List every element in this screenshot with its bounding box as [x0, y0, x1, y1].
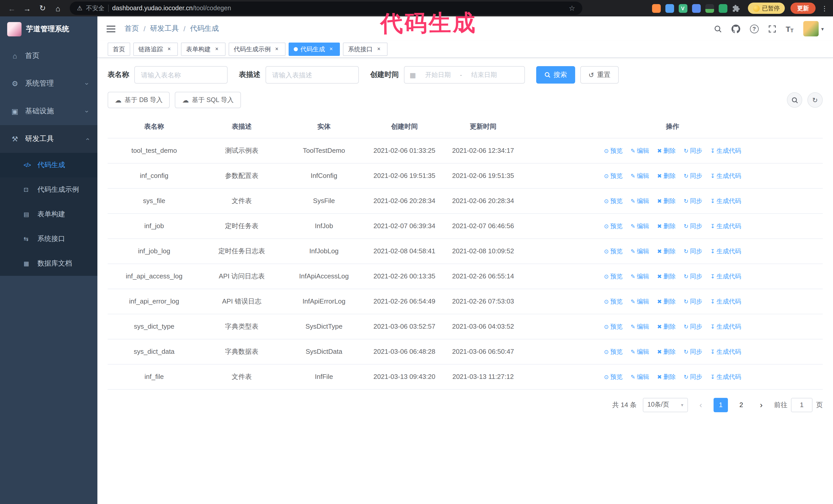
sidebar-subitem[interactable]: ⊡ 代码生成示例 [0, 177, 97, 202]
edit-link[interactable]: ✎编辑 [630, 221, 649, 231]
delete-link[interactable]: ✖删除 [657, 347, 675, 356]
page-number-button[interactable]: 2 [734, 398, 748, 412]
breadcrumb-item[interactable]: / 代码生成 [179, 24, 219, 33]
sync-link[interactable]: ↻同步 [684, 271, 702, 281]
delete-link[interactable]: ✖删除 [657, 296, 675, 306]
start-date-input[interactable] [418, 71, 458, 78]
tab-close-icon[interactable]: × [328, 46, 335, 53]
delete-link[interactable]: ✖删除 [657, 221, 675, 231]
sidebar-subitem[interactable]: </> 代码生成 [0, 153, 97, 177]
generate-code-link[interactable]: ↧生成代码 [710, 146, 741, 155]
tab[interactable]: 代码生成 × [289, 43, 340, 56]
sidebar-collapse-icon[interactable] [106, 25, 115, 32]
edit-link[interactable]: ✎编辑 [630, 347, 649, 356]
generate-code-link[interactable]: ↧生成代码 [710, 171, 741, 180]
goto-page-input[interactable] [791, 398, 812, 412]
header-search-icon[interactable] [714, 25, 721, 32]
delete-link[interactable]: ✖删除 [657, 271, 675, 281]
delete-link[interactable]: ✖删除 [657, 246, 675, 256]
date-range-picker[interactable]: ▦ - [404, 66, 525, 83]
delete-link[interactable]: ✖删除 [657, 146, 675, 155]
profile-paused-badge[interactable]: 已暂停 [748, 3, 785, 14]
sync-link[interactable]: ↻同步 [684, 322, 702, 331]
address-bar[interactable]: ⚠ 不安全 dashboard.yudao.iocoder.cn/tool/co… [70, 2, 582, 15]
preview-link[interactable]: ⊙预览 [604, 196, 622, 205]
sync-link[interactable]: ↻同步 [684, 196, 702, 205]
tab[interactable]: 代码生成示例 × [229, 43, 286, 56]
preview-link[interactable]: ⊙预览 [604, 171, 622, 180]
generate-code-link[interactable]: ↧生成代码 [710, 372, 741, 381]
security-warning-label[interactable]: 不安全 [86, 4, 104, 13]
edit-link[interactable]: ✎编辑 [630, 196, 649, 205]
sync-link[interactable]: ↻同步 [684, 171, 702, 180]
edit-link[interactable]: ✎编辑 [630, 372, 649, 381]
app-logo[interactable]: 芋道管理系统 [0, 17, 97, 42]
edit-link[interactable]: ✎编辑 [630, 322, 649, 331]
page-number-button[interactable]: 1 [714, 398, 728, 412]
tab[interactable]: 表单构建 × [181, 43, 225, 56]
breadcrumb-item[interactable]: / 首页 [124, 24, 139, 33]
preview-link[interactable]: ⊙预览 [604, 246, 622, 256]
font-size-icon[interactable]: TT [786, 24, 793, 33]
import-db-button[interactable]: ☁ 基于 DB 导入 [108, 92, 170, 108]
preview-link[interactable]: ⊙预览 [604, 221, 622, 231]
preview-link[interactable]: ⊙预览 [604, 146, 622, 155]
sync-link[interactable]: ↻同步 [684, 221, 702, 231]
import-sql-button[interactable]: ☁ 基于 SQL 导入 [175, 92, 241, 108]
refresh-button[interactable]: ↻ [807, 92, 823, 108]
tab-close-icon[interactable]: × [273, 46, 280, 53]
sidebar-item[interactable]: ⚙ 系统管理 › [0, 70, 97, 97]
generate-code-link[interactable]: ↧生成代码 [710, 246, 741, 256]
generate-code-link[interactable]: ↧生成代码 [710, 196, 741, 205]
edit-link[interactable]: ✎编辑 [630, 271, 649, 281]
bookmark-star-icon[interactable]: ☆ [569, 4, 575, 12]
edit-link[interactable]: ✎编辑 [630, 296, 649, 306]
generate-code-link[interactable]: ↧生成代码 [710, 221, 741, 231]
generate-code-link[interactable]: ↧生成代码 [710, 271, 741, 281]
browser-home-icon[interactable]: ⌂ [51, 4, 65, 13]
help-icon[interactable]: ? [750, 24, 758, 33]
sidebar-item[interactable]: ▣ 基础设施 › [0, 97, 97, 125]
reload-icon[interactable]: ↻ [36, 4, 49, 13]
sync-link[interactable]: ↻同步 [684, 347, 702, 356]
page-size-select[interactable]: 10条/页 ▾ [643, 398, 688, 412]
sidebar-subitem[interactable]: ▦ 数据库文档 [0, 251, 97, 276]
preview-link[interactable]: ⊙预览 [604, 322, 622, 331]
sync-link[interactable]: ↻同步 [684, 372, 702, 381]
tab-close-icon[interactable]: × [166, 46, 173, 53]
tab[interactable]: 首页 × [108, 43, 130, 56]
sidebar-item[interactable]: ⚒ 研发工具 › [0, 125, 97, 153]
edit-link[interactable]: ✎编辑 [630, 246, 649, 256]
tab-close-icon[interactable]: × [375, 46, 382, 53]
preview-link[interactable]: ⊙预览 [604, 271, 622, 281]
github-icon[interactable] [731, 24, 740, 33]
preview-link[interactable]: ⊙预览 [604, 372, 622, 381]
fullscreen-icon[interactable] [768, 25, 776, 32]
vue-devtools-icon[interactable]: V [679, 4, 687, 13]
delete-link[interactable]: ✖删除 [657, 372, 675, 381]
generate-code-link[interactable]: ↧生成代码 [710, 347, 741, 356]
extension-icon-people[interactable] [692, 4, 700, 13]
reset-button[interactable]: ↺ 重置 [580, 66, 619, 83]
forward-icon[interactable]: → [21, 4, 34, 13]
sync-link[interactable]: ↻同步 [684, 146, 702, 155]
next-page-button[interactable]: › [755, 398, 768, 412]
toggle-search-button[interactable] [787, 92, 802, 108]
generate-code-link[interactable]: ↧生成代码 [710, 296, 741, 306]
breadcrumb-item[interactable]: / 研发工具 [139, 24, 179, 33]
table-desc-input[interactable] [265, 66, 359, 83]
end-date-input[interactable] [464, 71, 504, 78]
search-button[interactable]: 搜索 [536, 66, 575, 83]
tab[interactable]: 链路追踪 × [133, 43, 178, 56]
edit-link[interactable]: ✎编辑 [630, 171, 649, 180]
extension-icon-screenshot[interactable] [705, 4, 714, 13]
sync-link[interactable]: ↻同步 [684, 296, 702, 306]
preview-link[interactable]: ⊙预览 [604, 296, 622, 306]
sidebar-item[interactable]: ⌂ 首页 › [0, 42, 97, 70]
delete-link[interactable]: ✖删除 [657, 196, 675, 205]
delete-link[interactable]: ✖删除 [657, 171, 675, 180]
generate-code-link[interactable]: ↧生成代码 [710, 322, 741, 331]
extension-icon-orange[interactable] [652, 4, 661, 13]
sidebar-subitem[interactable]: ⇆ 系统接口 [0, 226, 97, 251]
tab-close-icon[interactable]: × [213, 46, 220, 53]
